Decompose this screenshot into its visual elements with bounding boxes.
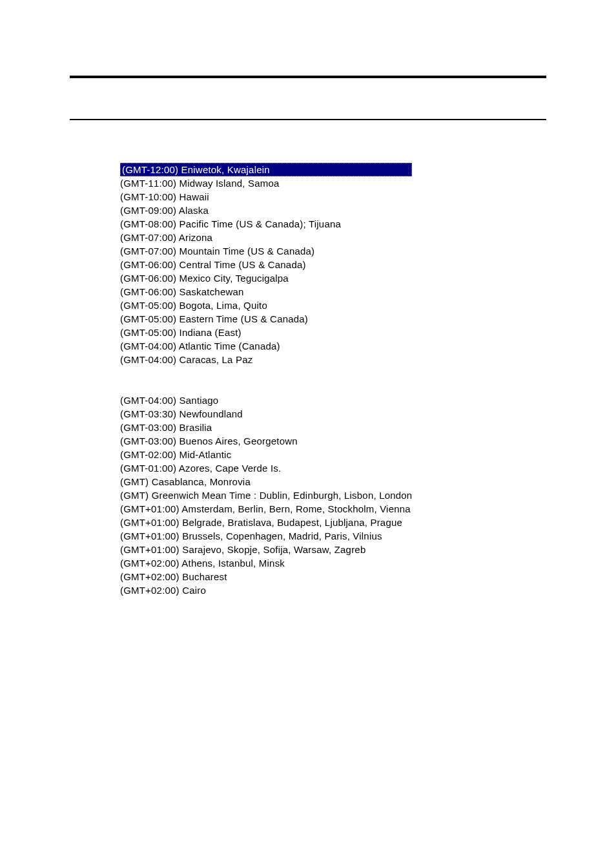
timezone-option[interactable]: (GMT+02:00) Bucharest: [120, 570, 412, 583]
timezone-option[interactable]: (GMT+01:00) Belgrade, Bratislava, Budape…: [120, 516, 412, 529]
timezone-option[interactable]: (GMT-04:00) Caracas, La Paz: [120, 353, 412, 366]
timezone-option[interactable]: (GMT) Greenwich Mean Time : Dublin, Edin…: [120, 488, 412, 502]
timezone-option[interactable]: (GMT-08:00) Pacific Time (US & Canada); …: [120, 217, 412, 231]
timezone-option[interactable]: (GMT-06:00) Central Time (US & Canada): [120, 258, 412, 271]
timezone-option[interactable]: (GMT+01:00) Brussels, Copenhagen, Madrid…: [120, 529, 412, 543]
timezone-option[interactable]: (GMT-11:00) Midway Island, Samoa: [120, 176, 412, 190]
timezone-listbox[interactable]: (GMT-12:00) Eniwetok, Kwajalein (GMT-11:…: [120, 163, 616, 597]
timezone-option[interactable]: (GMT-09:00) Alaska: [120, 204, 412, 217]
timezone-option[interactable]: (GMT-06:00) Mexico City, Tegucigalpa: [120, 271, 412, 285]
timezone-option[interactable]: (GMT+02:00) Athens, Istanbul, Minsk: [120, 556, 412, 570]
divider-thin: [70, 119, 546, 120]
timezone-option[interactable]: (GMT) Casablanca, Monrovia: [120, 475, 412, 488]
list-gap: [120, 366, 412, 393]
page-content: (GMT-12:00) Eniwetok, Kwajalein (GMT-11:…: [0, 0, 616, 597]
timezone-option[interactable]: (GMT-05:00) Bogota, Lima, Quito: [120, 299, 412, 312]
timezone-option[interactable]: (GMT+01:00) Amsterdam, Berlin, Bern, Rom…: [120, 502, 412, 516]
timezone-list-inner: (GMT-12:00) Eniwetok, Kwajalein (GMT-11:…: [120, 163, 412, 597]
timezone-option[interactable]: (GMT-04:00) Atlantic Time (Canada): [120, 339, 412, 353]
timezone-option[interactable]: (GMT-07:00) Arizona: [120, 231, 412, 244]
timezone-option[interactable]: (GMT-07:00) Mountain Time (US & Canada): [120, 244, 412, 258]
timezone-option[interactable]: (GMT-06:00) Saskatchewan: [120, 285, 412, 299]
timezone-option[interactable]: (GMT+01:00) Sarajevo, Skopje, Sofija, Wa…: [120, 543, 412, 556]
timezone-option[interactable]: (GMT-04:00) Santiago: [120, 393, 412, 407]
timezone-option[interactable]: (GMT-01:00) Azores, Cape Verde Is.: [120, 461, 412, 475]
timezone-option[interactable]: (GMT-03:00) Brasilia: [120, 421, 412, 434]
divider-thick: [70, 76, 546, 78]
timezone-option[interactable]: (GMT-03:00) Buenos Aires, Georgetown: [120, 434, 412, 448]
timezone-option[interactable]: (GMT-05:00) Indiana (East): [120, 326, 412, 339]
timezone-option[interactable]: (GMT-10:00) Hawaii: [120, 190, 412, 204]
timezone-option[interactable]: (GMT-02:00) Mid-Atlantic: [120, 448, 412, 461]
timezone-option[interactable]: (GMT-03:30) Newfoundland: [120, 407, 412, 421]
timezone-option[interactable]: (GMT-05:00) Eastern Time (US & Canada): [120, 312, 412, 326]
timezone-option-selected[interactable]: (GMT-12:00) Eniwetok, Kwajalein: [120, 163, 412, 176]
timezone-option[interactable]: (GMT+02:00) Cairo: [120, 583, 412, 597]
